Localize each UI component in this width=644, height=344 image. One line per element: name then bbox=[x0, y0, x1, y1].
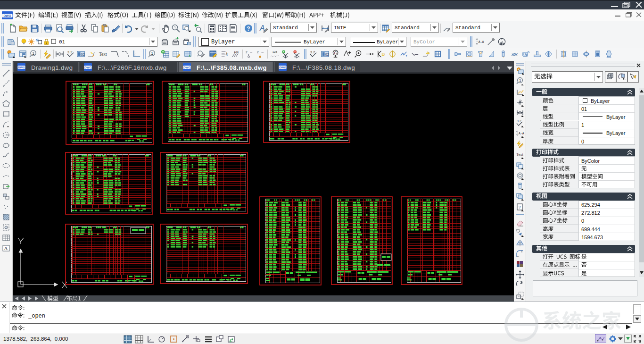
svg-text:123: 123 bbox=[272, 50, 278, 53]
svg-text:Text: Text bbox=[99, 52, 107, 57]
svg-text:1: 1 bbox=[519, 78, 521, 83]
svg-text:3.2: 3.2 bbox=[310, 50, 315, 54]
svg-text:A-A: A-A bbox=[479, 40, 484, 44]
svg-text:3.2: 3.2 bbox=[67, 50, 73, 54]
svg-text:1: 1 bbox=[32, 51, 34, 56]
svg-text:3.2: 3.2 bbox=[517, 119, 521, 123]
svg-text:02: 02 bbox=[81, 52, 85, 57]
svg-text:3: 3 bbox=[226, 53, 228, 57]
svg-text:A: A bbox=[4, 245, 8, 251]
svg-text:?: ? bbox=[247, 25, 250, 32]
svg-text:02: 02 bbox=[325, 52, 329, 57]
svg-text:DWG: DWG bbox=[84, 66, 91, 69]
svg-text:DWG: DWG bbox=[4, 14, 11, 17]
svg-text:123: 123 bbox=[234, 50, 239, 53]
svg-text:C: C bbox=[334, 50, 337, 55]
svg-text:DWG: DWG bbox=[279, 66, 286, 69]
svg-text:Text: Text bbox=[516, 152, 524, 157]
svg-text:?: ? bbox=[519, 205, 521, 210]
svg-text:A: A bbox=[259, 24, 265, 32]
svg-text:2: 2 bbox=[246, 50, 248, 54]
svg-text:A-A: A-A bbox=[519, 132, 524, 135]
svg-text:2: 2 bbox=[257, 50, 259, 54]
svg-text:DWG: DWG bbox=[18, 66, 25, 69]
svg-text:B: B bbox=[381, 51, 385, 57]
svg-text:DWG: DWG bbox=[183, 66, 190, 69]
svg-text:1: 1 bbox=[151, 51, 153, 56]
